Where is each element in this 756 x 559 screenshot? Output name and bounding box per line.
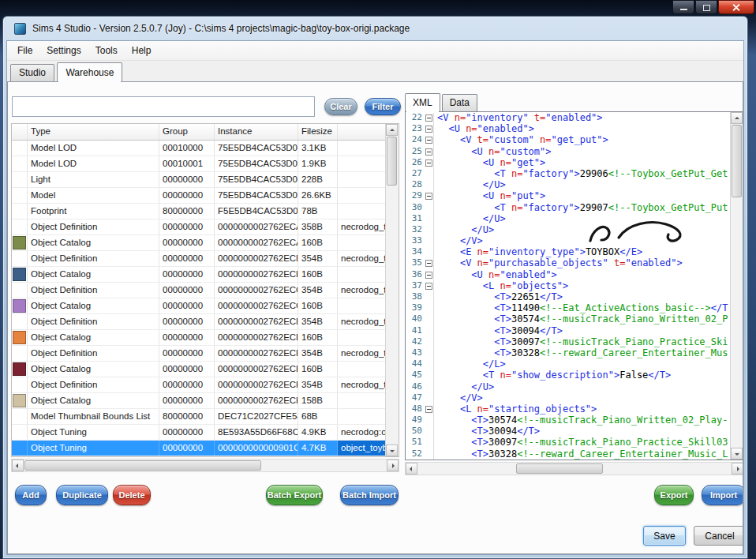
type-color-swatch [12, 425, 28, 440]
menu-tools[interactable]: Tools [88, 42, 125, 59]
table-row[interactable]: Object Definition000000000000000002762EC… [12, 283, 385, 298]
fold-marker[interactable] [425, 193, 432, 200]
scroll-down-button[interactable] [386, 445, 398, 456]
table-row[interactable]: Model Thumbnail Bounds List80000000DEC71… [12, 409, 385, 425]
cell-name: necrodog_toy [338, 251, 385, 266]
cell-instance: 0000000002762ECF [215, 393, 298, 408]
background-minimize-button[interactable] [672, 0, 694, 14]
table-row[interactable]: Object Definition000000000000000002762EC… [12, 219, 385, 235]
fold-marker[interactable] [425, 406, 432, 413]
scroll-right-button[interactable] [387, 460, 399, 471]
cell-name [338, 393, 385, 408]
table-vertical-scrollbar[interactable] [385, 124, 399, 456]
menu-file[interactable]: File [10, 42, 39, 59]
table-row[interactable]: Object Catalog000000000000000002762ECF15… [12, 393, 385, 409]
editor-horizontal-scrollbar[interactable] [405, 462, 743, 475]
duplicate-button[interactable]: Duplicate [56, 485, 108, 505]
menu-settings[interactable]: Settings [39, 42, 88, 59]
column-group[interactable]: Group [159, 124, 215, 140]
cancel-button[interactable]: Cancel [694, 526, 743, 546]
fold-marker[interactable] [425, 114, 432, 122]
fold-marker[interactable] [425, 137, 432, 144]
cell-instance: 0000000002762ECD [215, 314, 298, 329]
cell-type: Model Thumbnail Bounds List [28, 409, 159, 424]
sims4studio-window: Sims 4 Studio - Version 2.5.0.7 (Joy) - … [2, 16, 748, 559]
cell-name [338, 204, 385, 219]
tab-warehouse[interactable]: Warehouse [57, 62, 122, 81]
scroll-down-button[interactable] [731, 448, 743, 460]
fold-marker[interactable] [425, 260, 432, 267]
code-line: </U> [437, 381, 730, 392]
clear-button[interactable]: Clear [324, 98, 357, 115]
scroll-right-button[interactable] [732, 463, 743, 475]
line-number: 23 [406, 123, 433, 134]
table-row[interactable]: Object Catalog000000000000000002762ECC16… [12, 298, 385, 314]
scroll-up-button[interactable] [386, 124, 398, 136]
fold-marker[interactable] [425, 159, 432, 167]
table-row[interactable]: Object Catalog000000000000000002762ECD16… [12, 330, 385, 346]
table-row[interactable]: Model LOD0001000075E5DB4CAC53D0B63.1KB [12, 141, 385, 156]
column-type[interactable]: Type [28, 124, 159, 140]
batch-export-button[interactable]: Batch Export [266, 485, 323, 505]
add-button[interactable]: Add [15, 485, 47, 505]
delete-button[interactable]: Delete [113, 485, 151, 505]
table-row[interactable]: Object Catalog000000000000000002762ECE16… [12, 362, 385, 377]
table-row[interactable]: Object Definition000000000000000002762EC… [12, 377, 385, 393]
type-color-swatch [12, 409, 28, 424]
column-name[interactable] [338, 124, 385, 140]
table-horizontal-scrollbar[interactable] [11, 459, 399, 472]
tab-data[interactable]: Data [442, 94, 477, 111]
table-row[interactable]: Object Catalog000000000000000002762ECB16… [12, 267, 385, 283]
scrollbar-thumb[interactable] [24, 460, 261, 471]
search-input[interactable] [12, 96, 315, 117]
fold-marker[interactable] [425, 148, 432, 156]
cell-group: 00000000 [159, 314, 215, 329]
background-close-button[interactable] [718, 0, 754, 14]
cell-instance: 8E593A55D66F68C0 [215, 425, 298, 440]
column-instance[interactable]: Instance [215, 124, 298, 140]
code-area[interactable]: <V n="inventory" t="enabled"> <U n="enab… [434, 112, 730, 460]
import-button[interactable]: Import [702, 485, 743, 505]
table-row[interactable]: Object Definition000000000000000002762EC… [12, 314, 385, 330]
cell-type: Object Definition [28, 251, 159, 266]
cell-type: Object Catalog [28, 298, 159, 313]
scroll-up-button[interactable] [731, 112, 743, 124]
scrollbar-thumb[interactable] [516, 463, 603, 474]
table-row[interactable]: Object Definition000000000000000002762EC… [12, 346, 385, 362]
filter-button[interactable]: Filter [365, 98, 401, 115]
tab-xml[interactable]: XML [405, 93, 440, 111]
table-row[interactable]: Object Definition000000000000000002762EC… [12, 251, 385, 267]
table-row[interactable]: Object Tuning00000000000000000000901C4.7… [12, 441, 385, 456]
table-row[interactable]: Object Tuning000000008E593A55D66F68C04.9… [12, 425, 385, 441]
table-row[interactable]: Model0000000075E5DB4CAC53D0B626.6KB [12, 188, 385, 204]
table-row[interactable]: Model LOD0001000175E5DB4CAC53D0B61.9KB [12, 156, 385, 172]
table-row[interactable]: Light0000000075E5DB4CAC53D0B6228B [12, 172, 385, 188]
cell-type: Object Tuning [28, 441, 159, 456]
cell-instance: 0000000002762ECF [215, 377, 298, 392]
table-row[interactable]: Footprint80000000F5E5DB4CAC53D0B678B [12, 204, 385, 219]
column-swatch[interactable] [12, 124, 28, 140]
fold-marker[interactable] [425, 283, 432, 290]
column-filesize[interactable]: Filesize [298, 124, 338, 140]
editor-vertical-scrollbar[interactable] [730, 112, 743, 460]
cell-name: object_toybox [338, 441, 385, 456]
scrollbar-thumb[interactable] [387, 137, 397, 186]
batch-import-button[interactable]: Batch Import [340, 485, 399, 505]
background-maximize-button[interactable] [695, 0, 717, 14]
save-button[interactable]: Save [643, 526, 686, 546]
type-color-swatch [12, 156, 28, 171]
tab-studio[interactable]: Studio [10, 64, 54, 81]
line-number: 24 [406, 134, 433, 145]
titlebar[interactable]: Sims 4 Studio - Version 2.5.0.7 (Joy) - … [6, 17, 744, 40]
scroll-left-button[interactable] [406, 463, 417, 475]
cell-name: necrodog:obj [338, 425, 385, 440]
xml-editor[interactable]: 2223242526272829303132333435363738394041… [405, 111, 743, 460]
fold-marker[interactable] [425, 272, 432, 279]
menu-help[interactable]: Help [125, 42, 159, 59]
cell-name: necrodog_toy [338, 219, 385, 234]
table-row[interactable]: Object Catalog000000000000000002762ECA16… [12, 235, 385, 251]
export-button[interactable]: Export [654, 485, 694, 505]
scroll-left-button[interactable] [12, 460, 24, 471]
fold-marker[interactable] [425, 126, 432, 133]
scrollbar-thumb[interactable] [732, 125, 742, 197]
